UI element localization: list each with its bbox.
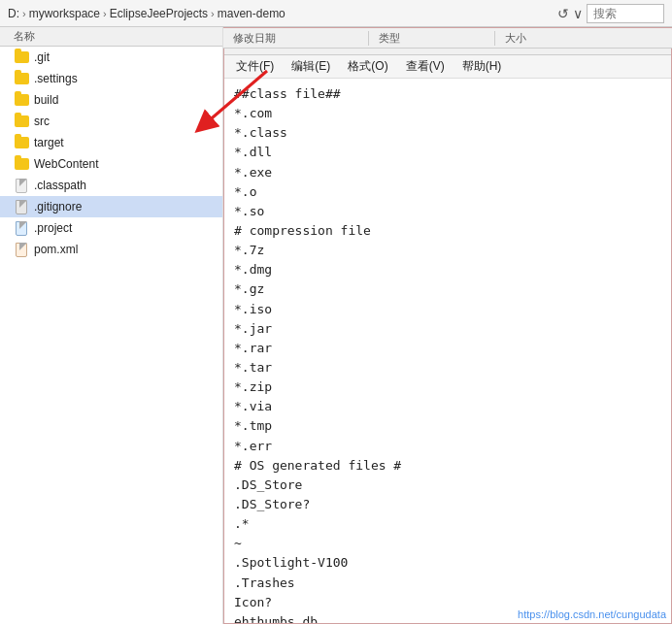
folder-icon bbox=[14, 135, 29, 150]
list-item[interactable]: target bbox=[0, 132, 222, 153]
list-item[interactable]: .project bbox=[0, 217, 222, 239]
folder-icon bbox=[14, 49, 29, 65]
breadcrumb-maven: maven-demo bbox=[218, 7, 286, 20]
file-icon bbox=[14, 220, 29, 236]
breadcrumb-eclipse: EclipseJeeProjects bbox=[110, 7, 208, 20]
down-icon[interactable]: ∨ bbox=[573, 6, 583, 21]
file-item-name: target bbox=[34, 136, 64, 149]
notepad-content[interactable]: ##class file## *.com *.class *.dll *.exe… bbox=[224, 79, 671, 623]
watermark: https://blog.csdn.net/cungudata bbox=[518, 608, 666, 620]
notepad-menu: 文件(F) 编辑(E) 格式(O) 查看(V) 帮助(H) bbox=[224, 55, 671, 79]
file-item-name: .git bbox=[34, 50, 50, 64]
menu-file[interactable]: 文件(F) bbox=[232, 57, 278, 76]
file-item-name: src bbox=[34, 115, 50, 128]
folder-icon bbox=[14, 156, 29, 172]
file-item-name: build bbox=[34, 93, 58, 107]
refresh-icon[interactable]: ↺ bbox=[557, 6, 569, 21]
right-column-headers: 修改日期 类型 大小 bbox=[223, 27, 672, 49]
breadcrumb-sep-1: › bbox=[22, 8, 26, 19]
file-list: .git .settings build src target WebConte… bbox=[0, 47, 222, 260]
col-type-header: 类型 bbox=[369, 31, 495, 46]
menu-view[interactable]: 查看(V) bbox=[402, 57, 449, 76]
column-headers: 名称 bbox=[0, 27, 222, 47]
col-name-header: 名称 bbox=[0, 29, 222, 44]
menu-edit[interactable]: 编辑(E) bbox=[287, 57, 334, 76]
breadcrumb: D: › myworkspace › EclipseJeeProjects › … bbox=[8, 7, 286, 20]
list-item[interactable]: .git bbox=[0, 47, 222, 68]
breadcrumb-bar: D: › myworkspace › EclipseJeeProjects › … bbox=[0, 0, 672, 27]
col-size-header: 大小 bbox=[495, 31, 592, 46]
folder-icon bbox=[14, 92, 29, 108]
breadcrumb-sep-3: › bbox=[211, 8, 215, 19]
list-item[interactable]: src bbox=[0, 111, 222, 132]
file-item-name: .gitignore bbox=[34, 200, 82, 213]
file-explorer: 名称 .git .settings build src target bbox=[0, 27, 223, 624]
list-item[interactable]: build bbox=[0, 89, 222, 111]
breadcrumb-sep-2: › bbox=[103, 8, 107, 19]
list-item[interactable]: .classpath bbox=[0, 175, 222, 196]
file-item-name: .project bbox=[34, 221, 72, 235]
file-item-name: .classpath bbox=[34, 179, 86, 192]
folder-icon bbox=[14, 71, 29, 86]
breadcrumb-search-area: ↺ ∨ bbox=[557, 4, 664, 23]
file-icon bbox=[14, 199, 29, 214]
folder-icon bbox=[14, 114, 29, 129]
file-item-name: WebContent bbox=[34, 157, 99, 171]
notepad-window: .gitignore - 记事本 ─ □ ✕ 文件(F) 编辑(E) 格式(O)… bbox=[223, 27, 672, 624]
list-item[interactable]: pom.xml bbox=[0, 239, 222, 260]
list-item-selected[interactable]: .gitignore bbox=[0, 196, 222, 217]
menu-help[interactable]: 帮助(H) bbox=[458, 57, 506, 76]
col-date-header: 修改日期 bbox=[223, 31, 369, 46]
breadcrumb-workspace: myworkspace bbox=[29, 7, 100, 20]
list-item[interactable]: .settings bbox=[0, 68, 222, 89]
search-input[interactable] bbox=[587, 4, 664, 23]
file-icon bbox=[14, 178, 29, 193]
file-icon bbox=[14, 242, 29, 257]
content-wrapper: 名称 .git .settings build src target bbox=[0, 27, 672, 624]
list-item[interactable]: WebContent bbox=[0, 153, 222, 175]
breadcrumb-drive: D: bbox=[8, 7, 19, 20]
file-item-name: pom.xml bbox=[34, 243, 78, 256]
file-item-name: .settings bbox=[34, 72, 78, 85]
menu-format[interactable]: 格式(O) bbox=[344, 57, 391, 76]
